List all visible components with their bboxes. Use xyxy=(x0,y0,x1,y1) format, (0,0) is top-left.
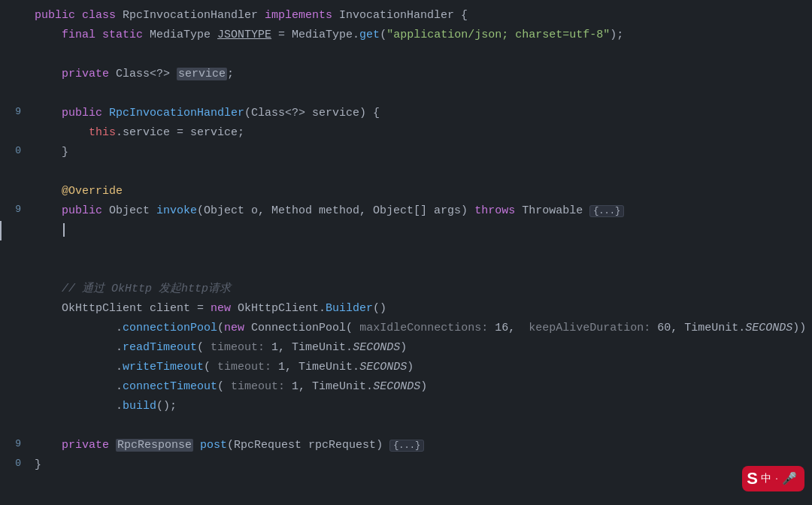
line-content-5 xyxy=(29,84,812,104)
line-content-20: .connectTimeout( timeout: 1, TimeUnit.SE… xyxy=(29,377,812,397)
line-content-2: final static MediaType JSONTYPE = MediaT… xyxy=(29,26,812,45)
line-content-7: this.service = service; xyxy=(29,123,812,143)
code-line-11: 9 public Object invoke(Object o, Method … xyxy=(0,201,812,221)
code-line-15: // 通过 OkHttp 发起http请求 xyxy=(0,280,812,299)
code-line-5 xyxy=(0,84,812,104)
sogou-ime-badge[interactable]: S 中 · 🎤 xyxy=(742,466,804,491)
line-content-13 xyxy=(29,240,812,260)
line-content-23: private RpcResponse post(RpcRequest rpcR… xyxy=(29,436,812,455)
line-number-2 xyxy=(0,26,29,45)
line-number-10 xyxy=(0,182,29,201)
line-number-11: 9 xyxy=(0,201,29,221)
code-line-22 xyxy=(0,416,812,436)
line-number-19 xyxy=(0,358,29,377)
code-editor: public class RpcInvocationHandler implem… xyxy=(0,0,812,505)
code-line-23: 9 private RpcResponse post(RpcRequest rp… xyxy=(0,436,812,455)
line-number-13 xyxy=(0,240,29,260)
line-content-11: public Object invoke(Object o, Method me… xyxy=(29,201,812,221)
line-content-6: public RpcInvocationHandler(Class<?> ser… xyxy=(29,104,812,123)
code-line-21: .build(); xyxy=(0,397,812,416)
line-number-21 xyxy=(0,397,29,416)
code-line-3 xyxy=(0,45,812,65)
line-number-24: 0 xyxy=(0,455,29,475)
line-content-8: } xyxy=(29,143,812,162)
line-number-6: 9 xyxy=(0,104,29,123)
code-line-16: OkHttpClient client = new OkHttpClient.B… xyxy=(0,299,812,319)
line-number-12 xyxy=(2,221,30,240)
line-content-9 xyxy=(29,162,812,182)
sogou-dot: · xyxy=(774,475,779,483)
line-number-5 xyxy=(0,84,29,104)
code-line-8: 0 } xyxy=(0,143,812,162)
line-number-1 xyxy=(0,6,29,26)
code-line-2: final static MediaType JSONTYPE = MediaT… xyxy=(0,26,812,45)
code-lines: public class RpcInvocationHandler implem… xyxy=(0,0,812,481)
line-content-14 xyxy=(29,260,812,280)
line-content-4: private Class<?> service; xyxy=(29,65,812,84)
code-line-9 xyxy=(0,162,812,182)
line-content-19: .writeTimeout( timeout: 1, TimeUnit.SECO… xyxy=(29,358,812,377)
sogou-logo-s: S xyxy=(747,469,758,488)
line-content-21: .build(); xyxy=(29,397,812,416)
line-content-3 xyxy=(29,45,812,65)
line-number-18 xyxy=(0,338,29,358)
code-line-14 xyxy=(0,260,812,280)
code-line-4: private Class<?> service; xyxy=(0,65,812,84)
line-content-12 xyxy=(30,221,812,240)
code-line-6: 9 public RpcInvocationHandler(Class<?> s… xyxy=(0,104,812,123)
line-number-17 xyxy=(0,319,29,338)
code-line-12 xyxy=(0,221,812,240)
code-line-7: this.service = service; xyxy=(0,123,812,143)
line-number-15 xyxy=(0,280,29,299)
line-number-16 xyxy=(0,299,29,319)
line-content-17: .connectionPool(new ConnectionPool( maxI… xyxy=(29,319,812,338)
line-number-14 xyxy=(0,260,29,280)
code-line-1: public class RpcInvocationHandler implem… xyxy=(0,6,812,26)
code-line-17: .connectionPool(new ConnectionPool( maxI… xyxy=(0,319,812,338)
sogou-zh-label: 中 xyxy=(761,472,771,485)
line-content-18: .readTimeout( timeout: 1, TimeUnit.SECON… xyxy=(29,338,812,358)
line-number-23: 9 xyxy=(0,436,29,455)
line-number-9 xyxy=(0,162,29,182)
line-content-1: public class RpcInvocationHandler implem… xyxy=(29,6,812,26)
text-cursor xyxy=(63,223,65,237)
code-line-13 xyxy=(0,240,812,260)
line-content-24: } xyxy=(29,455,812,475)
line-number-7 xyxy=(0,123,29,143)
line-content-16: OkHttpClient client = new OkHttpClient.B… xyxy=(29,299,812,319)
code-line-19: .writeTimeout( timeout: 1, TimeUnit.SECO… xyxy=(0,358,812,377)
line-content-15: // 通过 OkHttp 发起http请求 xyxy=(29,280,812,299)
code-line-10: @Override xyxy=(0,182,812,201)
line-number-8: 0 xyxy=(0,143,29,162)
code-line-18: .readTimeout( timeout: 1, TimeUnit.SECON… xyxy=(0,338,812,358)
line-content-10: @Override xyxy=(29,182,812,201)
line-number-4 xyxy=(0,65,29,84)
line-number-22 xyxy=(0,416,29,436)
code-line-20: .connectTimeout( timeout: 1, TimeUnit.SE… xyxy=(0,377,812,397)
line-number-3 xyxy=(0,45,29,65)
sogou-mic-icon: 🎤 xyxy=(782,471,797,486)
line-content-22 xyxy=(29,416,812,436)
line-number-20 xyxy=(0,377,29,397)
code-line-24: 0 } xyxy=(0,455,812,475)
